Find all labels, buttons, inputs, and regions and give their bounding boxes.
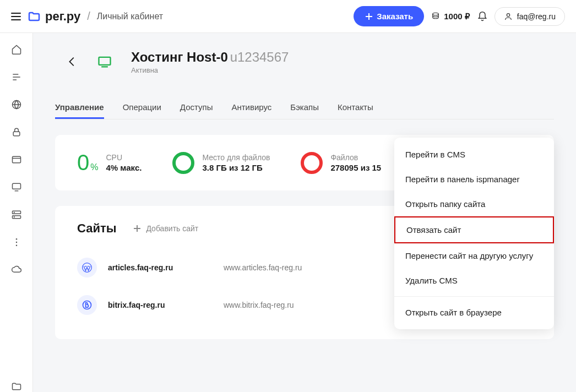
folder-icon (28, 10, 41, 23)
menu-move-site[interactable]: Перенести сайт на другую услугу (394, 243, 554, 268)
menu-goto-ispmanager[interactable]: Перейти в панель ispmanager (394, 167, 554, 192)
menu-open-folder[interactable]: Открыть папку сайта (394, 192, 554, 216)
svg-point-9 (14, 217, 14, 217)
svg-point-10 (15, 238, 17, 240)
tab-backups[interactable]: Бэкапы (290, 97, 319, 119)
menu-delete-cms[interactable]: Удалить CMS (394, 268, 554, 293)
svg-point-8 (14, 212, 14, 213)
cpu-label: CPU (106, 153, 142, 162)
files-ring-icon (301, 152, 323, 174)
site-url: www.articles.faq-reg.ru (224, 263, 410, 272)
sidebar-item-window[interactable] (11, 154, 22, 165)
svg-rect-5 (12, 183, 20, 189)
sidebar-item-cloud[interactable] (11, 264, 22, 275)
user-menu[interactable]: faq@reg.ru (495, 7, 565, 26)
svg-rect-3 (13, 132, 20, 136)
balance-value: 1000 ₽ (444, 12, 470, 21)
sidebar-item-more[interactable] (11, 237, 22, 248)
user-email: faq@reg.ru (517, 12, 556, 21)
svg-point-12 (15, 245, 17, 247)
sidebar-item-monitor[interactable] (11, 182, 22, 193)
logo-text: рег.ру (45, 9, 80, 24)
back-button[interactable] (66, 56, 78, 68)
tab-management[interactable]: Управление (55, 97, 104, 119)
menu-toggle[interactable] (11, 13, 21, 20)
bitrix-icon (77, 295, 97, 315)
tab-access[interactable]: Доступы (180, 97, 213, 119)
cpu-percent-ring: 0% (77, 150, 98, 175)
files-label: Файлов (330, 153, 381, 162)
service-id: u1234567 (230, 50, 289, 64)
site-url: www.bitrix.faq-reg.ru (224, 301, 410, 309)
order-label: Заказать (377, 12, 413, 21)
order-button[interactable]: Заказать (354, 6, 424, 26)
disk-ring-icon (172, 152, 194, 174)
sidebar-item-folder[interactable] (11, 381, 22, 392)
balance-chip[interactable]: 1000 ₽ (431, 12, 470, 21)
plus-icon (133, 224, 142, 233)
svg-rect-4 (12, 156, 20, 163)
cpu-value: 4% макс. (106, 163, 142, 172)
menu-unlink-site[interactable]: Отвязать сайт (394, 216, 554, 243)
svg-point-0 (433, 13, 439, 15)
plus-icon (365, 12, 373, 21)
logo[interactable]: рег.ру (28, 9, 80, 24)
site-name[interactable]: articles.faq-reg.ru (108, 263, 213, 272)
svg-rect-13 (99, 57, 111, 65)
menu-open-browser[interactable]: Открыть сайт в браузере (394, 300, 554, 325)
tab-operations[interactable]: Операции (123, 97, 161, 119)
sidebar-item-globe[interactable] (11, 99, 22, 110)
breadcrumb[interactable]: Личный кабинет (97, 12, 163, 21)
breadcrumb-separator: / (87, 10, 90, 23)
tab-antivirus[interactable]: Антивирус (231, 97, 271, 119)
svg-point-11 (15, 242, 17, 243)
sidebar-item-lock[interactable] (11, 127, 22, 138)
files-value: 278095 из 15 (330, 163, 381, 172)
notifications-button[interactable] (477, 11, 488, 22)
disk-label: Место для файлов (202, 153, 270, 162)
wordpress-icon (77, 258, 97, 277)
add-site-button[interactable]: Добавить сайт (133, 224, 198, 233)
coins-icon (431, 12, 441, 21)
site-context-menu: Перейти в CMS Перейти в панель ispmanage… (394, 138, 554, 329)
add-site-label: Добавить сайт (146, 224, 198, 233)
sidebar-item-list[interactable] (11, 72, 22, 83)
user-icon (504, 12, 513, 21)
tab-contacts[interactable]: Контакты (338, 97, 373, 119)
menu-goto-cms[interactable]: Перейти в CMS (394, 142, 554, 167)
service-icon (89, 46, 120, 77)
menu-separator (394, 296, 554, 297)
disk-value: 3.8 ГБ из 12 ГБ (202, 163, 270, 172)
service-status: Активна (131, 66, 289, 74)
sidebar-item-server[interactable] (11, 209, 22, 220)
sites-title: Сайты (77, 221, 116, 236)
sidebar-item-home[interactable] (11, 44, 22, 55)
page-title: Хостинг Host-0 (131, 50, 228, 64)
svg-point-1 (507, 13, 509, 16)
site-name[interactable]: bitrix.faq-reg.ru (108, 301, 213, 309)
